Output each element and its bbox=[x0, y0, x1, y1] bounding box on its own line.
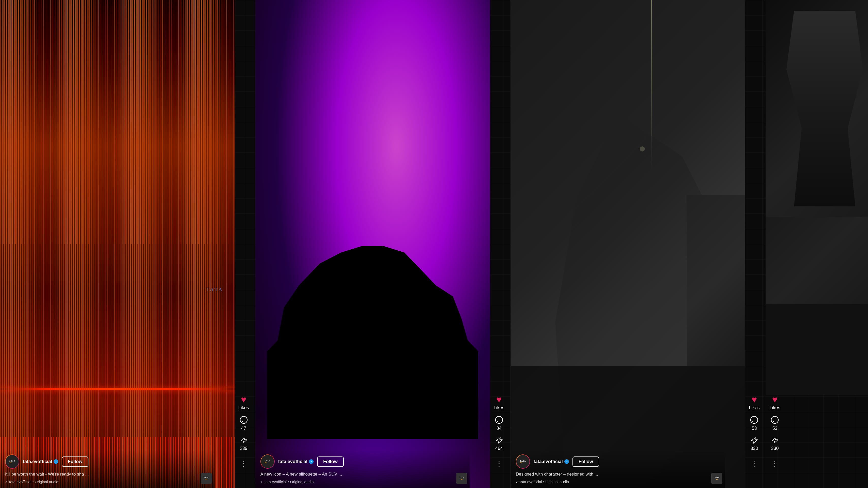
avatar-ev-text-2: .EV bbox=[265, 462, 271, 464]
reel-1-author-name: tata.evofficial ✓ bbox=[23, 459, 58, 464]
reel-2-audio: ♪ tata.evofficial • Original audio bbox=[260, 479, 465, 484]
reel-1-video[interactable]: TATA bbox=[0, 0, 235, 488]
tata-watermark: TATA bbox=[206, 286, 223, 293]
reel-2-like-button[interactable]: ♥ Likes bbox=[494, 395, 504, 410]
author-text-2: tata.evofficial bbox=[278, 459, 307, 464]
reel-2-content: TATA .EV tata.evofficial ✓ Follow A new … bbox=[255, 0, 490, 488]
reel-4-comment-button[interactable]: 53 bbox=[770, 416, 779, 431]
more-icon-2: ⋮ bbox=[495, 459, 503, 468]
car-silhouette bbox=[267, 220, 478, 439]
reel-3-share-button[interactable]: 330 bbox=[750, 436, 758, 451]
reel-2-thumbnail bbox=[255, 0, 490, 488]
reel-4-like-button[interactable]: ♥ Likes bbox=[769, 395, 780, 410]
more-icon-1: ⋮ bbox=[240, 459, 247, 468]
reel-2-caption: A new icon – A new silhouette – An SUV .… bbox=[260, 472, 465, 477]
share-count-2: 464 bbox=[495, 446, 503, 451]
svg-point-2 bbox=[751, 416, 758, 423]
reel-1-caption: It'll be worth the wait - We're ready to… bbox=[5, 472, 209, 477]
verified-badge-1: ✓ bbox=[54, 459, 58, 464]
audio-text-2: tata.evofficial • Original audio bbox=[265, 480, 314, 484]
comment-icon-1 bbox=[239, 416, 248, 425]
reel-4-more-button[interactable]: ⋮ bbox=[771, 457, 778, 468]
reel-3-actions: ♥ Likes 53 330 ⋮ bbox=[745, 0, 766, 488]
reel-1-actions: ♥ Likes 47 239 ⋮ bbox=[235, 0, 255, 488]
reel-1-follow-button[interactable]: Follow bbox=[62, 456, 88, 467]
reel-2-author-name: tata.evofficial ✓ bbox=[278, 459, 314, 464]
likes-label-1: Likes bbox=[238, 405, 249, 410]
share-count-3: 330 bbox=[750, 446, 758, 451]
svg-point-3 bbox=[771, 416, 778, 423]
reel-2-more-button[interactable]: ⋮ bbox=[495, 457, 503, 468]
likes-label-4: Likes bbox=[769, 405, 780, 410]
likes-label-3: Likes bbox=[749, 405, 760, 410]
author-text-3: tata.evofficial bbox=[534, 459, 563, 464]
reel-3-info: TATA .EV tata.evofficial ✓ Follow Design… bbox=[511, 450, 725, 488]
reel-1-author-row: TATA .EV tata.evofficial ✓ Follow bbox=[5, 454, 209, 469]
reel-3-follow-button[interactable]: Follow bbox=[572, 456, 599, 467]
reel-4-partial: ♥ Likes 53 330 ⋮ bbox=[766, 0, 868, 488]
comment-count-3: 53 bbox=[752, 426, 757, 431]
music-icon-2: ♪ bbox=[260, 479, 262, 484]
audio-text-3: tata.evofficial • Original audio bbox=[520, 480, 569, 484]
reel-2-audio-thumb[interactable]: TATA .EV bbox=[456, 473, 467, 484]
reel-3-audio: ♪ tata.evofficial • Original audio bbox=[516, 479, 720, 484]
audio-thumb-logo-2: TATA .EV bbox=[459, 477, 464, 480]
reel-2-avatar[interactable]: TATA .EV bbox=[260, 454, 275, 469]
reel-1-avatar[interactable]: TATA .EV bbox=[5, 454, 19, 469]
reel-2-comment-button[interactable]: 84 bbox=[494, 416, 504, 431]
music-icon-3: ♪ bbox=[516, 479, 518, 484]
reel-2-follow-button[interactable]: Follow bbox=[317, 456, 344, 467]
comment-icon-2 bbox=[494, 416, 504, 425]
reel-4-video[interactable] bbox=[766, 0, 868, 395]
reel-2-info: TATA .EV tata.evofficial ✓ Follow A new … bbox=[255, 450, 470, 488]
reel-1-content: TATA TATA .EV bbox=[0, 0, 235, 488]
reel-3-more-button[interactable]: ⋮ bbox=[751, 457, 758, 468]
share-icon-1 bbox=[239, 436, 248, 445]
reel-3-audio-thumb[interactable]: TATA .EV bbox=[711, 473, 722, 484]
svg-point-0 bbox=[240, 416, 247, 423]
avatar-ev-text-3: .EV bbox=[520, 462, 526, 464]
comment-icon-4 bbox=[770, 416, 779, 425]
share-icon-2 bbox=[495, 436, 503, 445]
reel-1-audio-thumb[interactable]: TATA .EV bbox=[201, 473, 212, 484]
reel-4-actions: ♥ Likes 53 330 ⋮ bbox=[766, 395, 786, 488]
reel-1: TATA TATA .EV bbox=[0, 0, 255, 488]
reel-3-author-name: tata.evofficial ✓ bbox=[534, 459, 569, 464]
author-text: tata.evofficial bbox=[23, 459, 52, 464]
reel-1-share-button[interactable]: 239 bbox=[239, 436, 248, 451]
inset-person bbox=[687, 195, 746, 366]
share-count-4: 330 bbox=[771, 446, 779, 451]
reel-2-actions: ♥ Likes 84 464 ⋮ bbox=[490, 0, 510, 488]
likes-label-2: Likes bbox=[494, 405, 504, 410]
verified-badge-2: ✓ bbox=[309, 459, 314, 464]
reel-1-like-button[interactable]: ♥ Likes bbox=[238, 395, 249, 410]
comment-count-4: 53 bbox=[772, 426, 777, 431]
reel-2: TATA .EV tata.evofficial ✓ Follow A new … bbox=[255, 0, 510, 488]
svg-point-1 bbox=[495, 416, 503, 423]
reel-4-share-button[interactable]: 330 bbox=[770, 436, 779, 451]
reel-2-video[interactable] bbox=[255, 0, 490, 488]
red-glow-bar bbox=[0, 388, 235, 390]
reel-3-like-button[interactable]: ♥ Likes bbox=[749, 395, 760, 410]
reel-1-comment-button[interactable]: 47 bbox=[239, 416, 248, 431]
reel-4-content: ♥ Likes 53 330 ⋮ bbox=[766, 0, 868, 488]
comment-count-1: 47 bbox=[241, 426, 246, 431]
more-icon-4: ⋮ bbox=[771, 459, 778, 468]
camera-person-silhouette bbox=[786, 11, 863, 206]
reel-3: TATA .EV tata.evofficial ✓ Follow Design… bbox=[511, 0, 766, 488]
reel-3-video[interactable] bbox=[511, 0, 746, 488]
reel-3-comment-button[interactable]: 53 bbox=[750, 416, 759, 431]
reel-3-author-row: TATA .EV tata.evofficial ✓ Follow bbox=[516, 454, 720, 469]
reel-1-thumbnail: TATA bbox=[0, 0, 235, 488]
heart-icon-4: ♥ bbox=[772, 395, 778, 404]
reel-2-share-button[interactable]: 464 bbox=[495, 436, 503, 451]
comment-count-2: 84 bbox=[497, 426, 502, 431]
share-icon-3 bbox=[750, 436, 758, 445]
audio-thumb-logo-3: TATA .EV bbox=[715, 477, 719, 480]
reel-3-avatar[interactable]: TATA .EV bbox=[516, 454, 530, 469]
more-icon-3: ⋮ bbox=[751, 459, 758, 468]
reel-1-more-button[interactable]: ⋮ bbox=[240, 457, 247, 468]
reel-3-thumbnail bbox=[511, 0, 746, 488]
verified-badge-3: ✓ bbox=[564, 459, 569, 464]
reel-3-caption: Designed with character – designed with … bbox=[516, 472, 720, 477]
